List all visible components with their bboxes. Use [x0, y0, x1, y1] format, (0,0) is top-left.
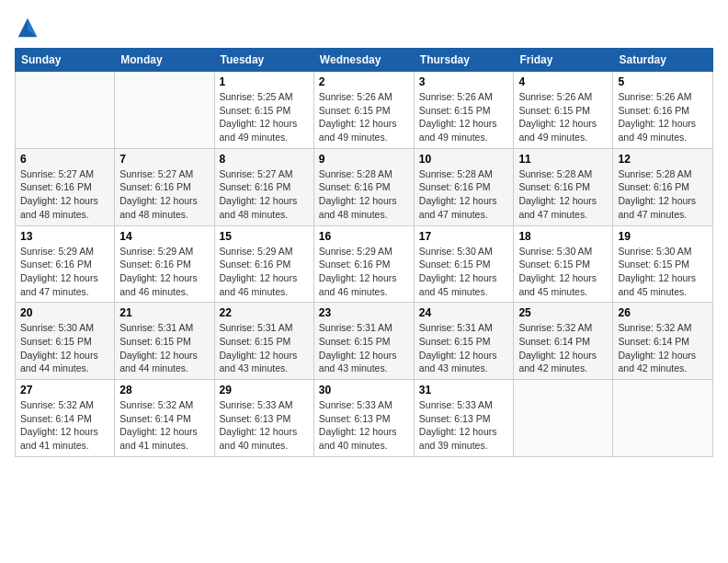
day-info: Sunrise: 5:32 AM Sunset: 6:14 PM Dayligh…: [119, 398, 209, 453]
logo-icon: [15, 15, 40, 40]
day-number: 20: [20, 306, 109, 319]
day-number: 8: [220, 153, 309, 166]
calendar-cell: 2Sunrise: 5:26 AM Sunset: 6:15 PM Daylig…: [313, 72, 414, 149]
calendar-cell: [115, 72, 214, 149]
day-info: Sunrise: 5:30 AM Sunset: 6:15 PM Dayligh…: [618, 245, 708, 299]
calendar-cell: 22Sunrise: 5:31 AM Sunset: 6:15 PM Dayli…: [214, 303, 313, 380]
day-number: 23: [319, 306, 409, 319]
day-header-saturday: Saturday: [613, 49, 713, 72]
day-info: Sunrise: 5:33 AM Sunset: 6:13 PM Dayligh…: [319, 398, 409, 453]
day-info: Sunrise: 5:29 AM Sunset: 6:16 PM Dayligh…: [319, 245, 409, 299]
day-info: Sunrise: 5:31 AM Sunset: 6:15 PM Dayligh…: [319, 321, 409, 375]
day-info: Sunrise: 5:31 AM Sunset: 6:15 PM Dayligh…: [119, 321, 209, 375]
calendar-cell: 23Sunrise: 5:31 AM Sunset: 6:15 PM Dayli…: [313, 303, 414, 380]
calendar-cell: 11Sunrise: 5:28 AM Sunset: 6:16 PM Dayli…: [514, 148, 613, 225]
calendar-cell: 13Sunrise: 5:29 AM Sunset: 6:16 PM Dayli…: [16, 225, 115, 303]
calendar-table: SundayMondayTuesdayWednesdayThursdayFrid…: [15, 48, 713, 457]
day-number: 10: [419, 153, 509, 166]
calendar-cell: 4Sunrise: 5:26 AM Sunset: 6:15 PM Daylig…: [514, 72, 613, 149]
day-info: Sunrise: 5:25 AM Sunset: 6:15 PM Dayligh…: [220, 90, 309, 144]
day-info: Sunrise: 5:26 AM Sunset: 6:15 PM Dayligh…: [319, 90, 409, 144]
calendar-cell: 20Sunrise: 5:30 AM Sunset: 6:15 PM Dayli…: [16, 303, 115, 380]
day-info: Sunrise: 5:30 AM Sunset: 6:15 PM Dayligh…: [20, 321, 109, 375]
day-number: 16: [319, 230, 409, 243]
day-header-monday: Monday: [115, 49, 214, 72]
day-number: 21: [119, 306, 209, 319]
day-number: 5: [618, 75, 708, 88]
day-number: 26: [618, 306, 708, 319]
day-number: 22: [220, 306, 309, 319]
day-info: Sunrise: 5:27 AM Sunset: 6:16 PM Dayligh…: [220, 167, 309, 222]
day-number: 1: [220, 75, 309, 88]
calendar-cell: 19Sunrise: 5:30 AM Sunset: 6:15 PM Dayli…: [613, 225, 713, 303]
calendar-cell: 14Sunrise: 5:29 AM Sunset: 6:16 PM Dayli…: [115, 225, 214, 303]
calendar-cell: 30Sunrise: 5:33 AM Sunset: 6:13 PM Dayli…: [313, 380, 414, 457]
day-number: 7: [119, 153, 209, 166]
day-info: Sunrise: 5:30 AM Sunset: 6:15 PM Dayligh…: [419, 245, 509, 299]
day-header-wednesday: Wednesday: [313, 49, 414, 72]
day-info: Sunrise: 5:29 AM Sunset: 6:16 PM Dayligh…: [20, 245, 109, 299]
calendar-cell: 29Sunrise: 5:33 AM Sunset: 6:13 PM Dayli…: [214, 380, 313, 457]
calendar-cell: 16Sunrise: 5:29 AM Sunset: 6:16 PM Dayli…: [313, 225, 414, 303]
day-number: 27: [20, 384, 109, 396]
day-info: Sunrise: 5:33 AM Sunset: 6:13 PM Dayligh…: [419, 398, 509, 453]
day-number: 28: [119, 384, 209, 396]
day-number: 19: [618, 230, 708, 243]
day-info: Sunrise: 5:26 AM Sunset: 6:16 PM Dayligh…: [618, 90, 708, 144]
page-header: [15, 15, 713, 40]
day-number: 18: [518, 230, 608, 243]
logo: [15, 15, 44, 40]
day-info: Sunrise: 5:32 AM Sunset: 6:14 PM Dayligh…: [20, 398, 109, 453]
day-number: 2: [319, 75, 409, 88]
day-info: Sunrise: 5:29 AM Sunset: 6:16 PM Dayligh…: [119, 245, 209, 299]
day-info: Sunrise: 5:32 AM Sunset: 6:14 PM Dayligh…: [518, 321, 608, 375]
day-header-sunday: Sunday: [16, 49, 115, 72]
calendar-cell: 5Sunrise: 5:26 AM Sunset: 6:16 PM Daylig…: [613, 72, 713, 149]
calendar-cell: 28Sunrise: 5:32 AM Sunset: 6:14 PM Dayli…: [115, 380, 214, 457]
day-info: Sunrise: 5:29 AM Sunset: 6:16 PM Dayligh…: [220, 245, 309, 299]
day-number: 31: [419, 384, 509, 396]
calendar-cell: 24Sunrise: 5:31 AM Sunset: 6:15 PM Dayli…: [414, 303, 514, 380]
calendar-week-row: 27Sunrise: 5:32 AM Sunset: 6:14 PM Dayli…: [16, 380, 713, 457]
calendar-week-row: 1Sunrise: 5:25 AM Sunset: 6:15 PM Daylig…: [16, 72, 713, 149]
calendar-cell: 18Sunrise: 5:30 AM Sunset: 6:15 PM Dayli…: [514, 225, 613, 303]
calendar-cell: 27Sunrise: 5:32 AM Sunset: 6:14 PM Dayli…: [16, 380, 115, 457]
day-info: Sunrise: 5:26 AM Sunset: 6:15 PM Dayligh…: [518, 90, 608, 144]
calendar-cell: 17Sunrise: 5:30 AM Sunset: 6:15 PM Dayli…: [414, 225, 514, 303]
calendar-cell: 25Sunrise: 5:32 AM Sunset: 6:14 PM Dayli…: [514, 303, 613, 380]
day-info: Sunrise: 5:27 AM Sunset: 6:16 PM Dayligh…: [20, 167, 109, 222]
day-info: Sunrise: 5:28 AM Sunset: 6:16 PM Dayligh…: [618, 167, 708, 222]
day-header-tuesday: Tuesday: [214, 49, 313, 72]
calendar-cell: 31Sunrise: 5:33 AM Sunset: 6:13 PM Dayli…: [414, 380, 514, 457]
day-number: 14: [119, 230, 209, 243]
calendar-cell: 9Sunrise: 5:28 AM Sunset: 6:16 PM Daylig…: [313, 148, 414, 225]
calendar-cell: 3Sunrise: 5:26 AM Sunset: 6:15 PM Daylig…: [414, 72, 514, 149]
calendar-cell: 6Sunrise: 5:27 AM Sunset: 6:16 PM Daylig…: [16, 148, 115, 225]
calendar-cell: 8Sunrise: 5:27 AM Sunset: 6:16 PM Daylig…: [214, 148, 313, 225]
calendar-week-row: 20Sunrise: 5:30 AM Sunset: 6:15 PM Dayli…: [16, 303, 713, 380]
day-info: Sunrise: 5:28 AM Sunset: 6:16 PM Dayligh…: [319, 167, 409, 222]
day-info: Sunrise: 5:28 AM Sunset: 6:16 PM Dayligh…: [419, 167, 509, 222]
calendar-cell: 26Sunrise: 5:32 AM Sunset: 6:14 PM Dayli…: [613, 303, 713, 380]
day-number: 30: [319, 384, 409, 396]
day-number: 25: [518, 306, 608, 319]
day-number: 29: [220, 384, 309, 396]
day-header-friday: Friday: [514, 49, 613, 72]
day-info: Sunrise: 5:32 AM Sunset: 6:14 PM Dayligh…: [618, 321, 708, 375]
day-info: Sunrise: 5:31 AM Sunset: 6:15 PM Dayligh…: [220, 321, 309, 375]
calendar-week-row: 13Sunrise: 5:29 AM Sunset: 6:16 PM Dayli…: [16, 225, 713, 303]
day-info: Sunrise: 5:28 AM Sunset: 6:16 PM Dayligh…: [518, 167, 608, 222]
day-number: 13: [20, 230, 109, 243]
calendar-cell: [16, 72, 115, 149]
calendar-cell: 1Sunrise: 5:25 AM Sunset: 6:15 PM Daylig…: [214, 72, 313, 149]
day-info: Sunrise: 5:26 AM Sunset: 6:15 PM Dayligh…: [419, 90, 509, 144]
day-info: Sunrise: 5:27 AM Sunset: 6:16 PM Dayligh…: [119, 167, 209, 222]
day-number: 11: [518, 153, 608, 166]
calendar-week-row: 6Sunrise: 5:27 AM Sunset: 6:16 PM Daylig…: [16, 148, 713, 225]
day-number: 17: [419, 230, 509, 243]
calendar-cell: [613, 380, 713, 457]
calendar-cell: 15Sunrise: 5:29 AM Sunset: 6:16 PM Dayli…: [214, 225, 313, 303]
day-number: 15: [220, 230, 309, 243]
day-info: Sunrise: 5:30 AM Sunset: 6:15 PM Dayligh…: [518, 245, 608, 299]
calendar-cell: 12Sunrise: 5:28 AM Sunset: 6:16 PM Dayli…: [613, 148, 713, 225]
